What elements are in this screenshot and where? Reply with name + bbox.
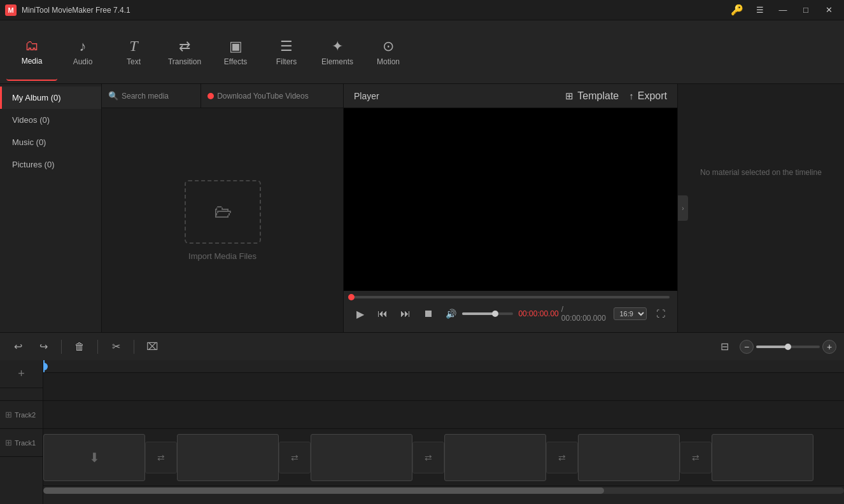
- video-cell-main[interactable]: ⬇: [43, 434, 145, 481]
- template-button[interactable]: ⊞ Template: [565, 90, 619, 102]
- motion-label: Motion: [377, 57, 400, 66]
- nav-filters[interactable]: ☰ Filters: [261, 24, 312, 81]
- maximize-button[interactable]: □: [796, 3, 816, 17]
- motion-icon: ⊙: [383, 38, 394, 55]
- player-area: Player ⊞ Template ↑ Export ▶ ⏮: [344, 84, 677, 332]
- effects-icon: ▣: [229, 38, 243, 55]
- search-media-button[interactable]: 🔍 Search media: [102, 84, 201, 108]
- download-icon: ⬇: [89, 450, 100, 465]
- play-button[interactable]: ▶: [351, 305, 369, 323]
- ruler-space: [0, 388, 43, 401]
- timeline-content: ⬇ ⇄ ⇄ ⇄ ⇄ ⇄: [43, 360, 844, 504]
- transition-icon: ⇄: [179, 38, 190, 55]
- layout-button[interactable]: ⊟: [714, 337, 735, 357]
- download-youtube-button[interactable]: Download YouTube Videos: [201, 84, 343, 108]
- title-bar: M MiniTool MovieMaker Free 7.4.1 🔑 ☰ — □…: [0, 0, 844, 20]
- collapse-panel-button[interactable]: ›: [678, 195, 688, 221]
- player-title: Player: [354, 91, 379, 101]
- time-display: 00:00:00.00 / 00:00:00.000: [518, 305, 608, 323]
- audio-icon: ♪: [80, 38, 87, 55]
- progress-thumb[interactable]: [348, 294, 355, 300]
- video-cell-5[interactable]: [578, 434, 680, 481]
- media-icon: 🗂: [25, 38, 39, 54]
- download-youtube-label: Download YouTube Videos: [217, 92, 308, 101]
- player-header: Player ⊞ Template ↑ Export: [344, 84, 677, 108]
- export-label: Export: [638, 90, 667, 102]
- key-icon[interactable]: 🔑: [727, 3, 747, 17]
- sidebar-item-pictures[interactable]: Pictures (0): [0, 153, 101, 176]
- zoom-slider[interactable]: [756, 346, 820, 348]
- track1-label: ⊞ Track1: [0, 429, 43, 457]
- nav-elements[interactable]: ✦ Elements: [312, 24, 363, 81]
- stop-button[interactable]: ⏹: [419, 305, 437, 323]
- nav-text[interactable]: T Text: [108, 24, 159, 81]
- filters-icon: ☰: [280, 38, 293, 55]
- video-cell-2[interactable]: [177, 434, 279, 481]
- export-button[interactable]: ↑ Export: [629, 90, 667, 102]
- import-media-button[interactable]: 🗁: [185, 180, 261, 244]
- nav-media[interactable]: 🗂 Media: [6, 24, 57, 81]
- progress-bar[interactable]: [351, 296, 670, 298]
- aspect-ratio-select[interactable]: 16:9 9:16 4:3 1:1 21:9: [614, 307, 647, 320]
- next-frame-button[interactable]: ⏭: [397, 305, 414, 323]
- prev-frame-button[interactable]: ⏮: [374, 305, 392, 323]
- delete-button[interactable]: 🗑: [69, 337, 90, 357]
- app-icon: M: [5, 4, 17, 16]
- transition-arrow-icon-1: ⇄: [157, 452, 165, 463]
- volume-thumb[interactable]: [492, 311, 498, 317]
- app-title: MiniTool MovieMaker Free 7.4.1: [22, 6, 130, 15]
- playhead[interactable]: [43, 360, 45, 372]
- nav-audio[interactable]: ♪ Audio: [57, 24, 108, 81]
- player-header-right: ⊞ Template ↑ Export: [565, 90, 667, 102]
- video-cell-6[interactable]: [712, 434, 813, 481]
- sidebar-item-album[interactable]: My Album (0): [0, 87, 101, 109]
- transition-cell-5[interactable]: ⇄: [680, 442, 712, 473]
- volume-slider[interactable]: [462, 312, 513, 315]
- track2-row: [43, 373, 844, 401]
- scrollbar-track[interactable]: [43, 487, 844, 494]
- toolbar-separator-2: [97, 340, 98, 354]
- sidebar-item-music[interactable]: Music (0): [0, 131, 101, 153]
- volume-fill: [462, 312, 495, 315]
- volume-button[interactable]: 🔊: [442, 305, 460, 323]
- zoom-out-button[interactable]: −: [740, 340, 754, 354]
- transition-cell-3[interactable]: ⇄: [412, 442, 444, 473]
- playhead-marker: [43, 363, 48, 370]
- youtube-dot-icon: [207, 93, 214, 99]
- scrollbar-thumb[interactable]: [43, 487, 604, 494]
- zoom-thumb[interactable]: [785, 344, 791, 350]
- transition-cell-2[interactable]: ⇄: [279, 442, 311, 473]
- zoom-in-button[interactable]: +: [822, 340, 836, 354]
- zoom-fill: [756, 346, 788, 348]
- undo-button[interactable]: ↩: [8, 337, 28, 357]
- nav-transition[interactable]: ⇄ Transition: [159, 24, 210, 81]
- nav-effects[interactable]: ▣ Effects: [210, 24, 261, 81]
- menu-button[interactable]: ☰: [750, 3, 770, 17]
- import-media-label: Import Media Files: [188, 251, 257, 261]
- toolbar-right: ⊟ − +: [714, 337, 836, 357]
- video-display: [344, 108, 677, 291]
- transition-cell-1[interactable]: ⇄: [145, 442, 177, 473]
- fullscreen-button[interactable]: ⛶: [652, 305, 670, 323]
- transition-arrow-icon-2: ⇄: [291, 452, 299, 463]
- nav-motion[interactable]: ⊙ Motion: [363, 24, 414, 81]
- video-cell-4[interactable]: [444, 434, 546, 481]
- minimize-button[interactable]: —: [773, 3, 793, 17]
- redo-button[interactable]: ↪: [33, 337, 53, 357]
- track1-row: [43, 401, 844, 429]
- export-icon: ↑: [629, 90, 634, 101]
- elements-label: Elements: [321, 57, 353, 66]
- track1-icon: ⊞: [5, 438, 12, 447]
- video-cell-3[interactable]: [311, 434, 412, 481]
- cut-button[interactable]: ✂: [106, 337, 126, 357]
- transition-arrow-icon-4: ⇄: [558, 452, 566, 463]
- close-button[interactable]: ✕: [819, 3, 839, 17]
- toolbar-separator-1: [61, 340, 62, 354]
- track2-label: ⊞ Track2: [0, 401, 43, 429]
- add-track-button[interactable]: +: [0, 360, 43, 388]
- total-time: / 00:00:00.000: [561, 305, 609, 323]
- sidebar-item-videos[interactable]: Videos (0): [0, 109, 101, 131]
- text-icon: T: [129, 38, 137, 55]
- crop-button[interactable]: ⌧: [142, 337, 162, 357]
- transition-cell-4[interactable]: ⇄: [546, 442, 578, 473]
